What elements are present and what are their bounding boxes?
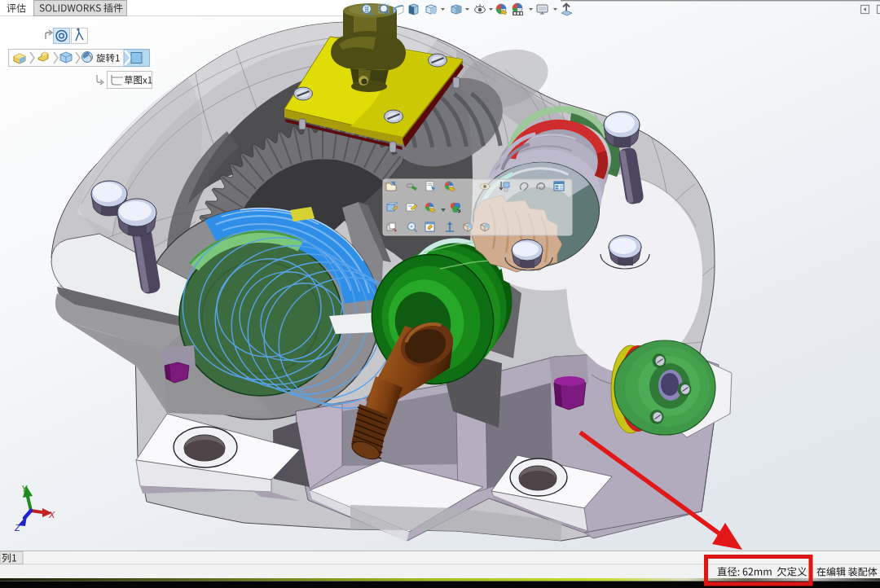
svg-text:Y: Y [21,484,28,494]
svg-text:Z: Z [14,523,21,533]
svg-text:X: X [48,510,55,520]
